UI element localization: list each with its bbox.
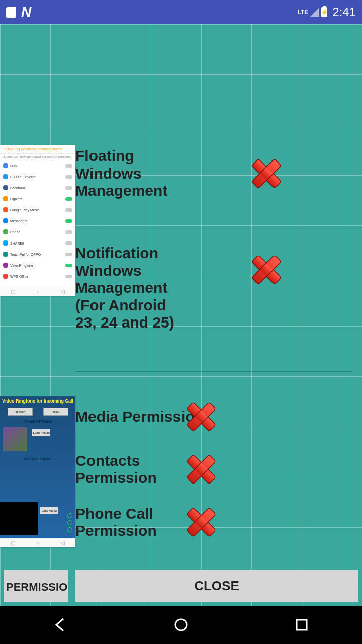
divider: [75, 371, 352, 372]
thumb1-app-row: VideoRingtone: [0, 260, 75, 271]
thumb2-radios: [67, 513, 72, 532]
thumb1-app-row: Duo: [0, 160, 75, 171]
thumb2-refresh: Refresh: [8, 408, 33, 416]
clock: 2:41: [332, 5, 356, 19]
battery-charging-icon: ⚡: [321, 7, 327, 17]
cross-icon[interactable]: [246, 153, 287, 194]
thumb1-app-row: WPS Office: [0, 271, 75, 282]
thumb1-app-row: Google Play Music: [0, 204, 75, 215]
notification-windows-label: Notification Windows Management (For And…: [75, 245, 176, 332]
thumb2-navbar: ▢○◁: [0, 538, 75, 547]
thumb2-video-options-label: VIDEO OPTIONS: [0, 455, 75, 463]
thumb1-app-row: TouchPal for OPPO: [0, 249, 75, 260]
svg-point-3: [175, 619, 187, 630]
main-content: ‹ Floating Windows Management 3 turned o…: [0, 24, 362, 606]
media-permission-row: Media Permission: [75, 396, 357, 437]
contacts-permission-row: Contacts Permission: [75, 449, 357, 490]
system-navbar: [0, 606, 362, 644]
n-icon: N: [21, 4, 31, 20]
thumb1-navbar: ▢○◁: [0, 287, 75, 296]
thumb2-video-preview: [0, 502, 38, 535]
floating-windows-thumbnail: ‹ Floating Windows Management 3 turned o…: [0, 145, 75, 296]
phone-permission-row: Phone Call Permission: [75, 502, 357, 542]
thumb1-header: ‹ Floating Windows Management: [0, 145, 75, 154]
thumb2-image-options-label: IMAGE OPTIONS: [0, 418, 75, 425]
cross-icon[interactable]: [181, 396, 221, 437]
cross-icon[interactable]: [181, 449, 221, 490]
bottom-button-bar: PERMISSIONS.. CLOSE: [0, 566, 362, 606]
thumb2-image-preview: [3, 427, 27, 451]
cross-icon[interactable]: [246, 250, 287, 290]
floating-windows-row: Floating Windows Management: [75, 147, 357, 200]
thumb2-load-picture: Load Picture: [32, 429, 50, 436]
notification-windows-row: Notification Windows Management (For And…: [75, 245, 357, 332]
thumb1-app-row: Flipkart: [0, 193, 75, 204]
back-icon[interactable]: [52, 617, 68, 633]
permissions-button[interactable]: PERMISSIONS..: [4, 570, 68, 602]
close-button[interactable]: CLOSE: [75, 570, 358, 602]
thumb2-title: Video Ringtone for Incoming Call: [0, 396, 75, 406]
home-icon[interactable]: [173, 617, 189, 633]
status-bar: N LTE ⚡ 2:41: [0, 0, 362, 24]
thumb1-app-row: Facebook: [0, 182, 75, 193]
signal-icon: [310, 8, 319, 17]
thumb1-app-row: SHAREit: [0, 237, 75, 249]
thumb1-app-row: ES File Explorer: [0, 171, 75, 182]
thumb1-app-row: Messenger: [0, 215, 75, 226]
video-ringtone-thumbnail: Video Ringtone for Incoming Call Refresh…: [0, 396, 75, 547]
thumb1-subtitle: 3 turned on, new apps could ask may be g…: [0, 154, 75, 160]
thumb1-app-row: Phone: [0, 226, 75, 237]
lte-indicator: LTE: [298, 9, 309, 16]
recents-icon[interactable]: [294, 617, 310, 633]
svg-rect-4: [297, 620, 307, 630]
cross-icon[interactable]: [181, 502, 221, 542]
sd-card-icon: [6, 7, 16, 18]
thumb2-reset: Reset: [43, 408, 68, 416]
thumb2-load-video: Load Video: [40, 507, 58, 514]
floating-windows-label: Floating Windows Management: [75, 147, 176, 200]
